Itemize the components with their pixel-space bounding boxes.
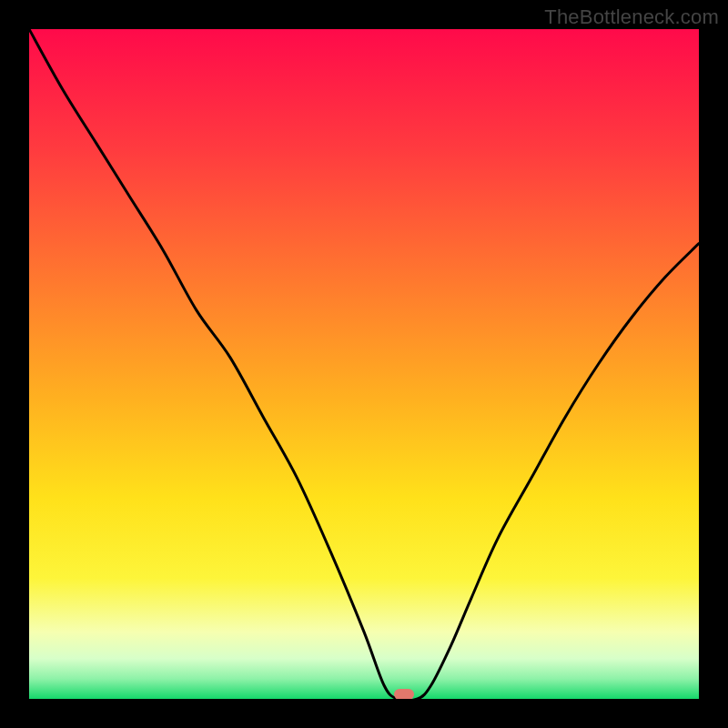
watermark-text: TheBottleneck.com bbox=[544, 5, 719, 29]
chart-frame: TheBottleneck.com bbox=[0, 0, 728, 728]
bottleneck-chart-svg bbox=[29, 29, 699, 699]
plot-area bbox=[29, 29, 699, 699]
optimal-point-marker bbox=[394, 689, 414, 699]
